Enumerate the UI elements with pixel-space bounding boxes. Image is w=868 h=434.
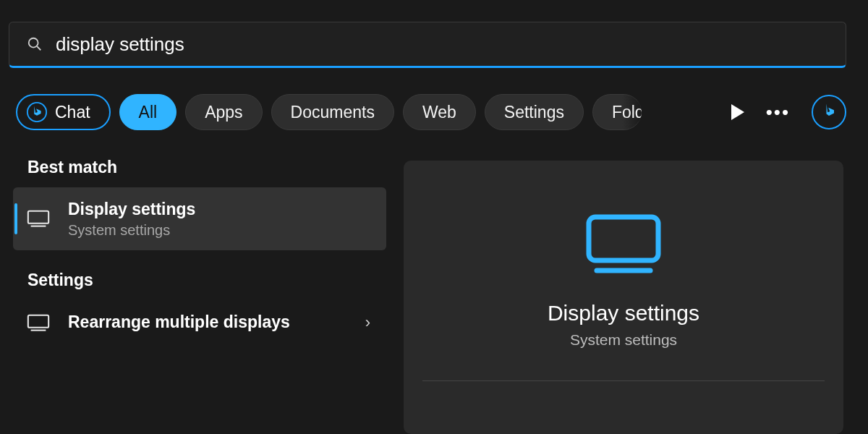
chevron-right-icon: › <box>365 313 373 332</box>
result-title: Display settings <box>68 199 373 221</box>
monitor-icon <box>26 312 51 333</box>
filter-all[interactable]: All <box>119 94 177 130</box>
results-list: Best match Display settings System setti… <box>0 145 399 434</box>
more-button[interactable]: ••• <box>766 101 790 124</box>
bing-icon <box>819 101 839 124</box>
filter-web-label: Web <box>422 103 456 122</box>
svg-point-2 <box>27 103 46 122</box>
filter-row: Chat All Apps Documents Web Settings Fol… <box>16 93 846 132</box>
filter-folders[interactable]: Fold <box>592 94 642 130</box>
divider <box>422 380 825 381</box>
filter-settings-label: Settings <box>504 103 564 122</box>
preview-pane: Display settings System settings <box>404 161 843 434</box>
filter-web[interactable]: Web <box>403 94 476 130</box>
filter-folders-label: Fold <box>612 103 642 122</box>
best-match-result[interactable]: Display settings System settings <box>13 187 386 250</box>
filter-documents-label: Documents <box>291 103 375 122</box>
filter-all-label: All <box>139 103 158 122</box>
result-title: Rearrange multiple displays <box>68 312 348 333</box>
result-text: Display settings System settings <box>68 199 373 239</box>
best-match-header: Best match <box>0 145 399 187</box>
chat-pill[interactable]: Chat <box>16 94 111 130</box>
play-icon[interactable] <box>731 104 744 120</box>
result-text: Rearrange multiple displays <box>68 312 348 333</box>
search-icon <box>27 36 43 52</box>
toolbar-right: ••• <box>731 95 846 129</box>
search-bar[interactable] <box>9 22 846 68</box>
monitor-icon <box>26 208 51 229</box>
preview-subtitle: System settings <box>570 331 677 349</box>
filter-apps[interactable]: Apps <box>185 94 262 130</box>
svg-line-1 <box>37 46 41 50</box>
svg-point-0 <box>29 38 38 48</box>
chat-label: Chat <box>55 103 90 122</box>
search-input[interactable] <box>56 33 828 56</box>
filter-settings[interactable]: Settings <box>485 94 584 130</box>
bing-icon <box>26 101 48 123</box>
svg-rect-7 <box>589 217 658 260</box>
bing-launch-button[interactable] <box>812 95 846 129</box>
filter-apps-label: Apps <box>205 103 242 122</box>
svg-rect-5 <box>28 315 48 327</box>
preview-title: Display settings <box>548 301 699 326</box>
filter-documents[interactable]: Documents <box>271 94 394 130</box>
result-subtitle: System settings <box>68 222 373 239</box>
settings-header: Settings <box>0 258 399 300</box>
svg-rect-3 <box>28 211 48 224</box>
settings-result-rearrange-displays[interactable]: Rearrange multiple displays › <box>13 300 386 345</box>
monitor-icon <box>584 213 663 276</box>
